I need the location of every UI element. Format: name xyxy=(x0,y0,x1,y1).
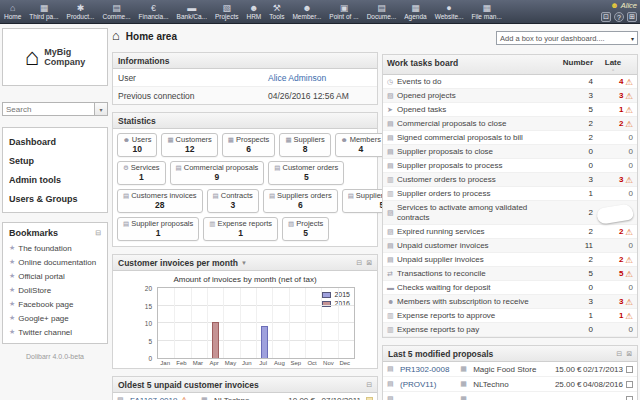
stat-box[interactable]: ▤Suppliers orders 6 xyxy=(263,189,338,213)
task-row: ▤ Unpaid customer invoices 11 0 xyxy=(383,239,637,253)
sidebar-menu-item[interactable]: Dashboard xyxy=(9,132,101,151)
topbar-menu-icon: ▦ xyxy=(411,3,420,13)
task-label-link[interactable]: Opened projects xyxy=(397,91,559,101)
task-label-link[interactable]: Supplier orders to process xyxy=(397,189,559,199)
task-label-link[interactable]: Unpaid supplier invoices xyxy=(397,255,559,265)
task-label-link[interactable]: Customer orders to process xyxy=(397,175,559,185)
task-label-link[interactable]: Checks waiting for deposit xyxy=(397,283,559,293)
task-label-link[interactable]: Members with subscription to receive xyxy=(397,297,559,307)
stat-box[interactable]: ▧Projects 5 xyxy=(282,217,329,241)
bookmark-item[interactable]: ★ Official portal xyxy=(9,269,101,283)
task-number: 0 xyxy=(559,283,593,292)
task-label-link[interactable]: Signed commercial proposals to bill xyxy=(397,133,559,143)
topbar-menu-item[interactable]: ▦ File man... xyxy=(467,0,505,23)
warning-icon: ⚠ xyxy=(625,256,633,264)
invoice-ref-link[interactable]: FA1107-0019 xyxy=(130,396,177,400)
task-icon: ▨ xyxy=(387,228,397,236)
topbar-menu-item[interactable]: ▣ Point of ... xyxy=(325,0,362,23)
task-label-link[interactable]: Expired running services xyxy=(397,227,559,237)
task-label-link[interactable]: Commercial proposals to close xyxy=(397,119,559,129)
bookmark-item[interactable]: ★ The foundation xyxy=(9,241,101,255)
topbar-menu-item[interactable]: ▦ Agenda xyxy=(400,0,430,23)
company-link[interactable]: NLTechno xyxy=(214,396,249,400)
page-title: ⌂ Home area xyxy=(112,30,378,42)
stat-box[interactable]: ▤Customer orders 5 xyxy=(268,161,344,185)
proposal-ref-link[interactable]: PR1302-0008 xyxy=(400,365,449,374)
row-checkbox[interactable] xyxy=(626,366,633,373)
bookmark-icon: ★ xyxy=(9,314,15,322)
topbar-menu-item[interactable]: ⌂ Home xyxy=(0,0,25,23)
stat-box[interactable]: ☻Users 10 xyxy=(117,133,157,157)
proposal-ref-link[interactable]: (PROV11) xyxy=(400,380,436,389)
stat-value: 1 xyxy=(238,228,243,238)
close-icon[interactable]: ⊠ xyxy=(366,259,372,267)
task-label-link[interactable]: Transactions to reconcile xyxy=(397,269,559,279)
bookmark-icon: ★ xyxy=(9,258,15,266)
company-link[interactable]: NLTechno xyxy=(473,380,508,389)
chart-bar xyxy=(261,326,268,358)
topbar-menu-item[interactable]: ☻ HRM xyxy=(242,0,265,23)
task-label-link[interactable]: Events to do xyxy=(397,77,559,87)
fold-icon[interactable]: ⊟ xyxy=(366,381,372,389)
row-checkbox[interactable] xyxy=(626,396,633,400)
search-input[interactable] xyxy=(2,102,95,116)
task-label-link[interactable]: Expense reports to pay xyxy=(397,325,559,335)
task-icon: ▥ xyxy=(387,190,397,198)
close-icon[interactable]: ⊠ xyxy=(626,350,632,358)
stat-box[interactable]: ▤Commercial proposals 9 xyxy=(170,161,265,185)
task-label-link[interactable]: Unpaid customer invoices xyxy=(397,241,559,251)
help-icon[interactable]: ? xyxy=(614,12,624,22)
task-label-link[interactable]: Expense reports to approve xyxy=(397,311,559,321)
fold-icon[interactable]: ⊟ xyxy=(616,350,622,358)
topbar-menu-item[interactable]: ✱ Product... xyxy=(63,0,99,23)
stat-box[interactable]: ▥Expense reports 1 xyxy=(203,217,278,241)
topbar-menu-item[interactable]: ▤ Docume... xyxy=(363,0,401,23)
company-link[interactable]: Magic Food Store xyxy=(473,365,536,374)
sort-icon[interactable]: ▫ xyxy=(612,67,614,73)
topbar-menu-item[interactable]: ▧ Projects xyxy=(211,0,242,23)
search-dropdown-button[interactable]: ▾ xyxy=(95,102,108,116)
chart-y-axis: 05101520 xyxy=(133,287,155,359)
fold-icon[interactable]: ⊟ xyxy=(356,259,362,267)
topbar-menu-item[interactable]: ☻ Member... xyxy=(288,0,325,23)
sidebar-menu-item[interactable]: Admin tools xyxy=(9,170,101,189)
topbar-menu-item[interactable]: ● Website... xyxy=(431,0,468,23)
bookmark-item[interactable]: ★ Online documentation xyxy=(9,255,101,269)
row-checkbox[interactable] xyxy=(626,381,633,388)
bookmark-item[interactable]: ★ DoliStore xyxy=(9,283,101,297)
task-label-link[interactable]: Opened tasks xyxy=(397,105,559,115)
stat-box[interactable]: ▦Suppliers 8 xyxy=(279,133,330,157)
topbar-menu-item[interactable]: ▦ Third pa... xyxy=(25,0,62,23)
proposal-row: ▤ (PROV11) ▦ NLTechno 25.00 € 04/08/2016 xyxy=(383,377,637,392)
sidebar-menu-item[interactable]: Setup xyxy=(9,151,101,170)
user-menu[interactable]: ☻ Alice xyxy=(610,1,637,10)
stat-box[interactable]: ☻Members 4 xyxy=(335,133,387,157)
topbar-menu-label: Home xyxy=(4,13,21,21)
sidebar-menu-item[interactable]: Users & Groups xyxy=(9,189,101,208)
topbar-menu-item[interactable]: ▤ Comme... xyxy=(98,0,134,23)
bookmark-item[interactable]: ★ Facebook page xyxy=(9,297,101,311)
expand-icon[interactable]: ⊞ xyxy=(627,12,637,22)
stat-box[interactable]: ▤Contracts 3 xyxy=(207,189,259,213)
warning-icon: ⚠ xyxy=(625,228,633,236)
topbar-menu-icon: ▦ xyxy=(482,3,491,13)
topbar-menu-item[interactable]: ▬ Bank/Ca... xyxy=(173,0,211,23)
filter-icon[interactable]: ▼ xyxy=(241,260,247,266)
stat-box[interactable]: ▤Supplier proposals 1 xyxy=(117,217,199,241)
print-icon[interactable]: ⊡ xyxy=(601,12,611,22)
fold-icon[interactable]: ⊟ xyxy=(95,229,101,237)
user-profile-link[interactable]: Alice Adminson xyxy=(268,73,326,83)
stat-box[interactable]: ▦Prospects 6 xyxy=(222,133,276,157)
stat-box[interactable]: ⚙Services 1 xyxy=(117,161,166,185)
stat-box[interactable]: ▤Customers invoices 28 xyxy=(117,189,203,213)
task-label-link[interactable]: Services to activate among validated con… xyxy=(397,203,559,223)
company-logo[interactable]: ⌂ MyBig Company xyxy=(2,28,108,86)
task-label-link[interactable]: Supplier proposals to process xyxy=(397,161,559,171)
topbar-menu-item[interactable]: ⚒ Tools xyxy=(265,0,288,23)
bookmark-item[interactable]: ★ Google+ page xyxy=(9,311,101,325)
bookmark-item[interactable]: ★ Twitter channel xyxy=(9,325,101,339)
add-box-select[interactable]: Add a box to your dashboard.... ▾ xyxy=(496,31,638,45)
topbar-menu-item[interactable]: € Financia... xyxy=(135,0,173,23)
task-label-link[interactable]: Supplier proposals to close xyxy=(397,147,559,157)
stat-box[interactable]: ▦Customers 12 xyxy=(161,133,217,157)
